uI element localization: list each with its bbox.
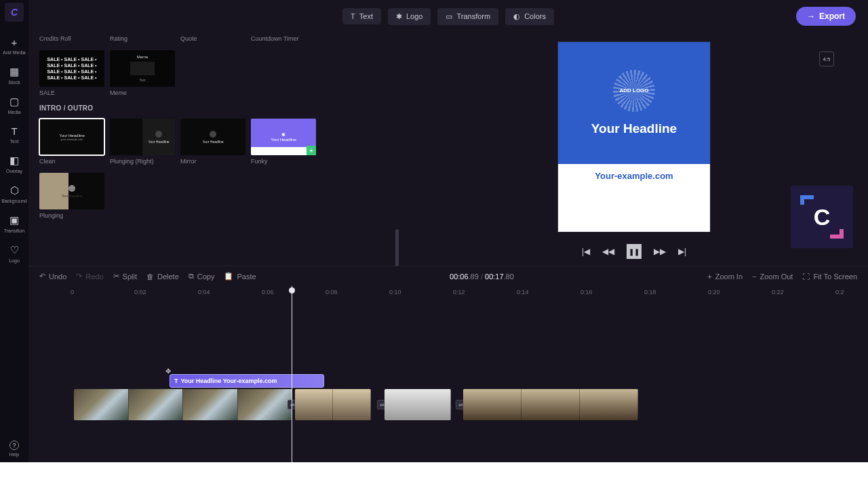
template-label: SALE (39, 89, 104, 96)
delete-icon: 🗑 (146, 272, 154, 281)
template-label: Funky (251, 158, 316, 165)
skip-end-button[interactable]: ▶| (678, 247, 686, 256)
template-label: Meme (110, 89, 175, 96)
logo-button[interactable]: ✱Logo (388, 8, 431, 25)
playhead[interactable] (292, 286, 292, 462)
template-sale[interactable]: SALE • SALE • SALE •SALE • SALE • SALE •… (39, 50, 104, 96)
player-controls: |◀ ◀◀ ❚❚ ▶▶ ▶| (582, 244, 686, 259)
ruler-tick: 0:08 (326, 289, 338, 296)
text-clip[interactable]: T Your Headline Your-example.com (170, 374, 324, 388)
ruler-tick: 0:16 (580, 289, 593, 296)
sidebar-item-background[interactable]: ⬡Background (0, 179, 28, 209)
copy-icon: ⧉ (189, 272, 194, 281)
template-label: Credits Roll (39, 35, 104, 42)
sidebar: C +Add Media▦Stock▢MediaTText◧Overlay⬡Ba… (0, 0, 28, 462)
sidebar-item-stock[interactable]: ▦Stock (0, 60, 28, 90)
timeline[interactable]: 00:020:040:060:080:100:120:140:160:180:2… (28, 286, 868, 462)
media-icon: ▢ (9, 96, 19, 108)
sidebar-item-transition[interactable]: ▣Transition (0, 209, 28, 239)
fit-icon: ⛶ (802, 272, 810, 281)
app-logo[interactable]: C (5, 3, 24, 22)
zoom-in-button[interactable]: +Zoom In (707, 272, 743, 281)
export-button[interactable]: →Export (796, 7, 856, 26)
transition-icon: ▣ (9, 214, 19, 226)
stock-icon: ▦ (9, 66, 19, 78)
sidebar-item-logo[interactable]: ♡Logo (0, 239, 28, 268)
copy-button[interactable]: ⧉Copy (189, 272, 215, 281)
preview-canvas[interactable]: ADD LOGO Your Headline Your-example.com (558, 42, 710, 232)
timeline-tracks[interactable]: ✥ T Your Headline Your-example.com ⇄⇄⇄ (28, 305, 868, 462)
template-thumb: SALE • SALE • SALE •SALE • SALE • SALE •… (39, 50, 104, 87)
pause-button[interactable]: ❚❚ (627, 244, 642, 259)
template-credits-roll[interactable]: Credits Roll (39, 33, 104, 42)
template-mirror[interactable]: Your HeadlineMirror (180, 119, 245, 165)
overlay-icon: ◧ (9, 155, 19, 167)
sidebar-item-media[interactable]: ▢Media (0, 90, 28, 120)
template-rating[interactable]: Rating (110, 33, 175, 42)
sidebar-label: Stock (8, 80, 20, 85)
delete-button[interactable]: 🗑Delete (146, 272, 179, 281)
skip-start-button[interactable]: |◀ (582, 247, 590, 256)
template-thumb: Your Headline (39, 173, 104, 209)
panel-scrollbar[interactable] (395, 229, 399, 266)
text-button[interactable]: TText (342, 8, 381, 24)
template-funky[interactable]: ✱Your Headline+Funky (251, 119, 316, 165)
sidebar-label: Add Media (3, 50, 25, 55)
preview-url: Your-example.com (558, 171, 710, 181)
split-button[interactable]: ✂Split (113, 272, 137, 281)
template-plunging-right-[interactable]: Your HeadlinePlunging (Right) (110, 119, 175, 165)
transform-icon: ▭ (446, 12, 452, 21)
ruler-tick: 0 (71, 289, 74, 296)
sidebar-help-label: Help (9, 452, 19, 457)
template-label: Quote (180, 35, 245, 42)
template-meme[interactable]: MemeTextMeme (110, 50, 175, 96)
ruler-tick: 0:10 (389, 289, 401, 296)
template-countdown-timer[interactable]: Countdown Timer (251, 33, 316, 42)
sidebar-item-overlay[interactable]: ◧Overlay (0, 149, 28, 179)
add-icon[interactable]: + (307, 146, 316, 155)
colors-button[interactable]: ◐Colors (505, 8, 554, 25)
aspect-ratio-button[interactable]: 4:5 (819, 52, 834, 66)
rewind-button[interactable]: ◀◀ (602, 247, 614, 256)
ruler-tick: 0:22 (772, 289, 784, 296)
forward-button[interactable]: ▶▶ (654, 247, 666, 256)
sidebar-label: Background (1, 199, 26, 203)
zoom-out-button[interactable]: −Zoom Out (752, 272, 793, 281)
sidebar-label: Text (10, 139, 19, 144)
video-clip[interactable] (463, 389, 638, 420)
text-icon: T (11, 125, 17, 137)
preview-headline: Your Headline (591, 121, 677, 136)
sidebar-item-text[interactable]: TText (0, 120, 28, 149)
video-clip[interactable] (384, 389, 451, 420)
plus-icon: + (707, 272, 711, 281)
template-label: Plunging (Right) (110, 158, 175, 165)
paste-button[interactable]: 📋Paste (224, 272, 256, 281)
timeline-ruler[interactable]: 00:020:040:060:080:100:120:140:160:180:2… (28, 286, 868, 300)
template-thumb: Your Headline (180, 119, 245, 155)
redo-button[interactable]: ↷Redo (76, 272, 103, 281)
ruler-tick: 0:20 (708, 289, 720, 296)
watermark-logo: C (791, 186, 853, 248)
video-clip[interactable] (74, 389, 292, 420)
logo-placeholder[interactable]: ADD LOGO (613, 70, 655, 112)
template-thumb: ✱Your Headline+ (251, 119, 316, 155)
fit-screen-button[interactable]: ⛶Fit To Screen (802, 272, 857, 281)
template-panel: Credits RollRatingQuoteCountdown Timer S… (28, 33, 400, 266)
sidebar-item-add-media[interactable]: +Add Media (0, 31, 28, 60)
text-clip-label: Your Headline Your-example.com (181, 378, 277, 384)
template-clean[interactable]: Your Headlineyour-example.comClean (39, 119, 104, 165)
sidebar-label: Media (7, 110, 20, 115)
sidebar-label: Overlay (6, 169, 22, 174)
undo-icon: ↶ (39, 272, 45, 281)
ruler-tick: 0:06 (262, 289, 274, 296)
sidebar-label: Logo (9, 258, 20, 263)
sidebar-help[interactable]: ? Help (0, 435, 28, 462)
ruler-tick: 0:04 (198, 289, 210, 296)
template-plunging[interactable]: Your HeadlinePlunging (39, 173, 104, 219)
transform-button[interactable]: ▭Transform (437, 8, 498, 25)
undo-button[interactable]: ↶Undo (39, 272, 66, 281)
video-clip[interactable] (295, 389, 371, 420)
ruler-tick: 0:2 (835, 289, 844, 296)
template-label: Mirror (180, 158, 245, 165)
template-quote[interactable]: Quote (180, 33, 245, 42)
